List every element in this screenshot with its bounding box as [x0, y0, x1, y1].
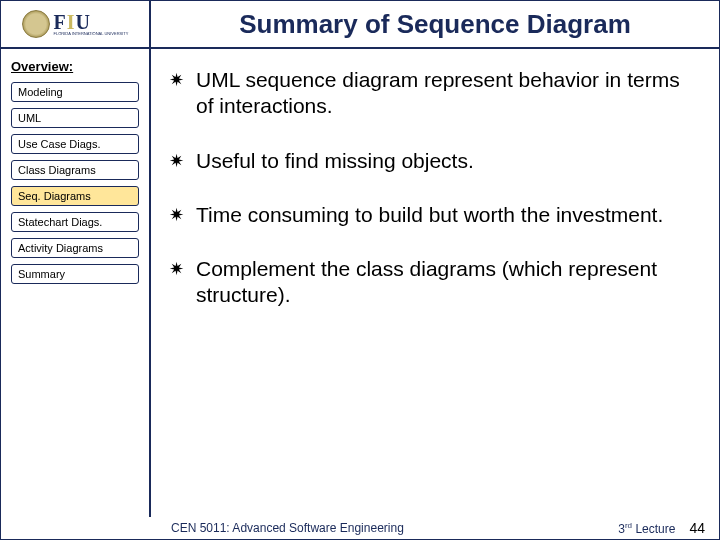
sidebar-item-6[interactable]: Activity Diagrams	[11, 238, 139, 258]
fiu-logo: FIU FLORIDA INTERNATIONAL UNIVERSITY	[22, 10, 129, 38]
bullet-text: Complement the class diagrams (which rep…	[196, 256, 695, 309]
logo-subtitle: FLORIDA INTERNATIONAL UNIVERSITY	[54, 32, 129, 36]
bullet-icon: ✷	[169, 204, 184, 226]
logo-area: FIU FLORIDA INTERNATIONAL UNIVERSITY	[1, 1, 151, 47]
sidebar-item-7[interactable]: Summary	[11, 264, 139, 284]
bullet-list: ✷UML sequence diagram represent behavior…	[161, 67, 695, 309]
bullet-text: Useful to find missing objects.	[196, 148, 474, 174]
slide-title: Summary of Sequence Diagram	[151, 9, 719, 40]
body: Overview: ModelingUMLUse Case Diags.Clas…	[1, 49, 719, 517]
bullet-item: ✷Useful to find missing objects.	[161, 148, 695, 174]
sidebar-heading: Overview:	[11, 59, 139, 74]
bullet-item: ✷Time consuming to build but worth the i…	[161, 202, 695, 228]
sidebar-item-0[interactable]: Modeling	[11, 82, 139, 102]
sidebar-item-4[interactable]: Seq. Diagrams	[11, 186, 139, 206]
footer-lecture: 3rd Lecture	[618, 521, 675, 536]
header: FIU FLORIDA INTERNATIONAL UNIVERSITY Sum…	[1, 1, 719, 49]
sidebar-item-1[interactable]: UML	[11, 108, 139, 128]
sidebar-item-5[interactable]: Statechart Diags.	[11, 212, 139, 232]
bullet-icon: ✷	[169, 69, 184, 91]
bullet-item: ✷Complement the class diagrams (which re…	[161, 256, 695, 309]
sidebar: Overview: ModelingUMLUse Case Diags.Clas…	[1, 49, 151, 517]
footer: CEN 5011: Advanced Software Engineering …	[1, 517, 719, 539]
bullet-text: Time consuming to build but worth the in…	[196, 202, 663, 228]
bullet-text: UML sequence diagram represent behavior …	[196, 67, 695, 120]
bullet-item: ✷UML sequence diagram represent behavior…	[161, 67, 695, 120]
footer-course: CEN 5011: Advanced Software Engineering	[171, 521, 404, 535]
seal-icon	[22, 10, 50, 38]
bullet-icon: ✷	[169, 150, 184, 172]
footer-page: 44	[689, 520, 705, 536]
logo-acronym: FIU	[54, 12, 129, 32]
sidebar-item-3[interactable]: Class Diagrams	[11, 160, 139, 180]
sidebar-item-2[interactable]: Use Case Diags.	[11, 134, 139, 154]
content: ✷UML sequence diagram represent behavior…	[151, 49, 719, 517]
bullet-icon: ✷	[169, 258, 184, 280]
